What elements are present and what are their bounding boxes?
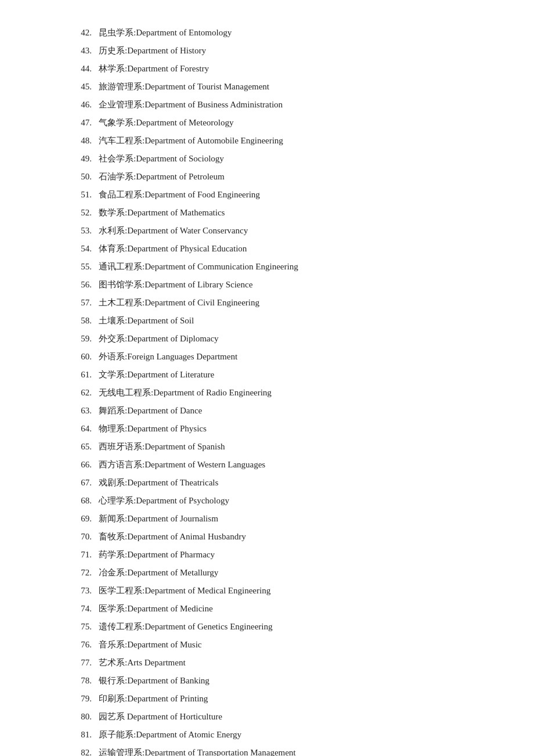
item-number: 50. — [70, 170, 99, 183]
item-number: 56. — [70, 278, 99, 291]
item-text: 音乐系:Department of Music — [99, 638, 488, 651]
department-list: 42.昆虫学系:Department of Entomology43.历史系:D… — [70, 23, 488, 756]
list-item: 73.医学工程系:Department of Medical Engineeri… — [70, 581, 488, 599]
item-text: 旅游管理系:Department of Tourist Management — [99, 80, 488, 93]
list-item: 62.无线电工程系:Department of Radio Engineerin… — [70, 383, 488, 401]
item-number: 51. — [70, 188, 99, 201]
list-item: 75.遗传工程系:Department of Genetics Engineer… — [70, 617, 488, 635]
list-item: 72.冶金系:Department of Metallurgy — [70, 563, 488, 581]
list-item: 52.数学系:Department of Mathematics — [70, 203, 488, 221]
list-item: 79.印刷系:Department of Printing — [70, 689, 488, 707]
item-text: 土木工程系:Department of Civil Engineering — [99, 296, 488, 309]
item-number: 52. — [70, 206, 99, 219]
list-item: 74.医学系:Department of Medicine — [70, 599, 488, 617]
list-item: 55.通讯工程系:Department of Communication Eng… — [70, 257, 488, 275]
list-item: 46.企业管理系:Department of Business Administ… — [70, 95, 488, 113]
item-text: 西班牙语系:Department of Spanish — [99, 440, 488, 453]
list-item: 53.水利系:Department of Water Conservancy — [70, 221, 488, 239]
item-number: 53. — [70, 224, 99, 237]
item-text: 冶金系:Department of Metallurgy — [99, 566, 488, 579]
item-number: 72. — [70, 566, 99, 579]
list-item: 61.文学系:Department of Literature — [70, 365, 488, 383]
list-item: 81.原子能系:Department of Atomic Energy — [70, 725, 488, 743]
item-number: 69. — [70, 512, 99, 525]
list-item: 57.土木工程系:Department of Civil Engineering — [70, 293, 488, 311]
list-item: 43.历史系:Department of History — [70, 41, 488, 59]
item-number: 61. — [70, 368, 99, 381]
item-number: 80. — [70, 710, 99, 723]
item-number: 49. — [70, 152, 99, 165]
item-text: 戏剧系:Department of Theatricals — [99, 476, 488, 489]
item-number: 74. — [70, 602, 99, 615]
list-item: 76.音乐系:Department of Music — [70, 635, 488, 653]
item-text: 运输管理系:Department of Transportation Manag… — [99, 746, 488, 757]
item-number: 78. — [70, 674, 99, 687]
list-item: 44.林学系:Department of Forestry — [70, 59, 488, 77]
item-text: 园艺系 Department of Horticulture — [99, 710, 488, 723]
list-item: 69.新闻系:Department of Journalism — [70, 509, 488, 527]
item-number: 46. — [70, 98, 99, 111]
list-item: 45.旅游管理系:Department of Tourist Managemen… — [70, 77, 488, 95]
list-item: 63.舞蹈系:Department of Dance — [70, 401, 488, 419]
item-number: 63. — [70, 404, 99, 417]
item-number: 65. — [70, 440, 99, 453]
list-item: 51.食品工程系:Department of Food Engineering — [70, 185, 488, 203]
item-number: 59. — [70, 332, 99, 345]
item-text: 汽车工程系:Department of Automobile Engineeri… — [99, 134, 488, 147]
item-text: 遗传工程系:Department of Genetics Engineering — [99, 620, 488, 633]
list-item: 50.石油学系:Department of Petroleum — [70, 167, 488, 185]
list-item: 68.心理学系:Department of Psychology — [70, 491, 488, 509]
list-item: 49.社会学系:Department of Sociology — [70, 149, 488, 167]
item-text: 林学系:Department of Forestry — [99, 62, 488, 75]
list-item: 54.体育系:Department of Physical Education — [70, 239, 488, 257]
list-item: 65.西班牙语系:Department of Spanish — [70, 437, 488, 455]
item-text: 印刷系:Department of Printing — [99, 692, 488, 705]
item-number: 68. — [70, 494, 99, 507]
item-text: 体育系:Department of Physical Education — [99, 242, 488, 255]
item-number: 70. — [70, 530, 99, 543]
item-number: 77. — [70, 656, 99, 669]
list-item: 48.汽车工程系:Department of Automobile Engine… — [70, 131, 488, 149]
item-text: 历史系:Department of History — [99, 44, 488, 57]
item-number: 73. — [70, 584, 99, 597]
item-number: 58. — [70, 314, 99, 327]
item-text: 土壤系:Department of Soil — [99, 314, 488, 327]
item-text: 畜牧系:Department of Animal Husbandry — [99, 530, 488, 543]
item-text: 气象学系:Department of Meteorology — [99, 116, 488, 129]
list-item: 58.土壤系:Department of Soil — [70, 311, 488, 329]
item-text: 药学系:Department of Pharmacy — [99, 548, 488, 561]
item-text: 外语系:Foreign Languages Department — [99, 350, 488, 363]
item-text: 医学系:Department of Medicine — [99, 602, 488, 615]
item-number: 76. — [70, 638, 99, 651]
list-item: 64.物理系:Department of Physics — [70, 419, 488, 437]
item-number: 82. — [70, 746, 99, 757]
item-text: 西方语言系:Department of Western Languages — [99, 458, 488, 471]
item-number: 54. — [70, 242, 99, 255]
list-item: 77.艺术系:Arts Department — [70, 653, 488, 671]
item-text: 食品工程系:Department of Food Engineering — [99, 188, 488, 201]
item-text: 外交系:Department of Diplomacy — [99, 332, 488, 345]
item-number: 64. — [70, 422, 99, 435]
item-text: 艺术系:Arts Department — [99, 656, 488, 669]
item-text: 舞蹈系:Department of Dance — [99, 404, 488, 417]
item-text: 通讯工程系:Department of Communication Engine… — [99, 260, 488, 273]
item-text: 无线电工程系:Department of Radio Engineering — [99, 386, 488, 399]
list-item: 82.运输管理系:Department of Transportation Ma… — [70, 743, 488, 756]
item-number: 57. — [70, 296, 99, 309]
item-number: 67. — [70, 476, 99, 489]
list-item: 78.银行系:Department of Banking — [70, 671, 488, 689]
item-number: 79. — [70, 692, 99, 705]
item-text: 数学系:Department of Mathematics — [99, 206, 488, 219]
list-item: 60.外语系:Foreign Languages Department — [70, 347, 488, 365]
list-item: 42.昆虫学系:Department of Entomology — [70, 23, 488, 41]
list-item: 66.西方语言系:Department of Western Languages — [70, 455, 488, 473]
item-number: 55. — [70, 260, 99, 273]
item-text: 石油学系:Department of Petroleum — [99, 170, 488, 183]
item-number: 42. — [70, 26, 99, 39]
item-text: 银行系:Department of Banking — [99, 674, 488, 687]
item-text: 原子能系:Department of Atomic Energy — [99, 728, 488, 741]
item-number: 43. — [70, 44, 99, 57]
item-text: 文学系:Department of Literature — [99, 368, 488, 381]
item-number: 81. — [70, 728, 99, 741]
item-number: 60. — [70, 350, 99, 363]
